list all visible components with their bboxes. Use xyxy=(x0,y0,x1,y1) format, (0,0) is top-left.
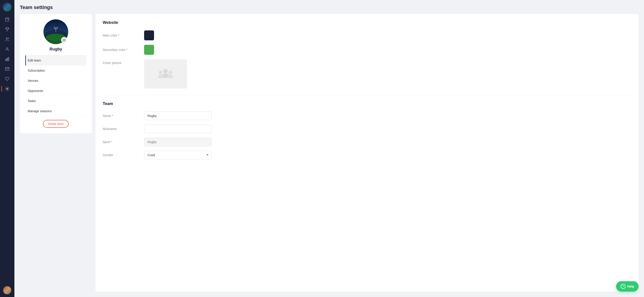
content-area: Rugby Edit team Subscription Venues Oppo… xyxy=(14,14,644,297)
cover-picture-placeholder-icon xyxy=(156,67,174,81)
sidebar-item-calendar[interactable] xyxy=(3,15,11,24)
delete-team-button[interactable]: Delete team xyxy=(43,120,69,128)
help-label: Help xyxy=(627,284,634,288)
nav-item-manage-seasons[interactable]: Manage seasons xyxy=(25,106,86,116)
sport-input xyxy=(144,138,212,146)
main-color-label: Main color * xyxy=(103,34,139,37)
name-input[interactable] xyxy=(144,112,212,120)
settings-nav: Edit team Subscription Venues Opponents … xyxy=(25,55,86,116)
svg-point-6 xyxy=(6,48,8,49)
team-avatar-wrapper xyxy=(44,19,68,44)
cover-picture-upload[interactable] xyxy=(144,59,187,89)
svg-point-21 xyxy=(64,40,65,41)
sidebar-item-stats[interactable] xyxy=(3,55,11,63)
page-title: Team settings xyxy=(20,5,638,10)
nav-item-tasks[interactable]: Tasks xyxy=(25,96,86,106)
nav-item-edit-team[interactable]: Edit team xyxy=(25,56,86,66)
svg-point-25 xyxy=(158,75,163,78)
svg-point-5 xyxy=(8,38,8,39)
sidebar xyxy=(0,0,14,297)
svg-point-27 xyxy=(168,75,173,78)
left-panel: Rugby Edit team Subscription Venues Oppo… xyxy=(20,14,92,133)
nav-item-opponents[interactable]: Opponents xyxy=(25,86,86,96)
website-section-title: Website xyxy=(103,20,632,25)
svg-point-24 xyxy=(159,71,162,74)
svg-point-11 xyxy=(7,88,8,90)
sport-row: Sport * xyxy=(103,138,632,146)
right-panel: Website Main color * Secondary color * C… xyxy=(96,14,638,291)
sidebar-item-handshake[interactable] xyxy=(3,75,11,83)
svg-point-22 xyxy=(163,69,168,74)
svg-rect-7 xyxy=(6,59,6,61)
cover-picture-row: Cover picture xyxy=(103,59,632,89)
help-icon: ? xyxy=(620,284,626,289)
gender-row: Gender Coed Male Female Mixed xyxy=(103,151,632,159)
svg-rect-8 xyxy=(7,58,8,61)
section-divider xyxy=(103,95,632,95)
sidebar-item-settings[interactable] xyxy=(3,85,11,93)
logo-image xyxy=(3,3,11,11)
gender-select[interactable]: Coed Male Female Mixed xyxy=(144,151,212,159)
sport-label: Sport * xyxy=(103,140,139,144)
nav-item-venues[interactable]: Venues xyxy=(25,76,86,86)
name-row: Name * xyxy=(103,112,632,120)
secondary-color-swatch[interactable] xyxy=(144,45,154,55)
name-label: Name * xyxy=(103,114,139,118)
nickname-label: Nickname xyxy=(103,127,139,131)
main-color-swatch[interactable] xyxy=(144,31,154,40)
main-content: Team settings xyxy=(14,0,644,297)
svg-rect-0 xyxy=(6,18,9,21)
team-name-display: Rugby xyxy=(50,47,62,52)
sidebar-item-team[interactable] xyxy=(3,35,11,43)
nickname-input[interactable] xyxy=(144,125,212,133)
help-button[interactable]: ? Help xyxy=(616,281,638,291)
sidebar-item-person[interactable] xyxy=(3,45,11,53)
svg-point-4 xyxy=(6,38,7,39)
main-color-row: Main color * xyxy=(103,31,632,40)
svg-rect-9 xyxy=(8,58,9,61)
user-avatar[interactable] xyxy=(3,286,11,294)
avatar-image xyxy=(3,286,11,294)
secondary-color-label: Secondary color * xyxy=(103,48,139,52)
page-header: Team settings xyxy=(14,0,644,14)
svg-point-26 xyxy=(169,71,172,74)
app-logo[interactable] xyxy=(3,3,12,12)
sidebar-item-mail[interactable] xyxy=(3,65,11,73)
change-avatar-button[interactable] xyxy=(61,37,67,43)
nav-item-subscription[interactable]: Subscription xyxy=(25,66,86,76)
nickname-row: Nickname xyxy=(103,125,632,133)
gender-label: Gender xyxy=(103,153,139,157)
secondary-color-row: Secondary color * xyxy=(103,45,632,55)
cover-picture-label: Cover picture xyxy=(103,59,139,65)
sidebar-item-trophy[interactable] xyxy=(3,25,11,33)
team-section-title: Team xyxy=(103,101,632,106)
